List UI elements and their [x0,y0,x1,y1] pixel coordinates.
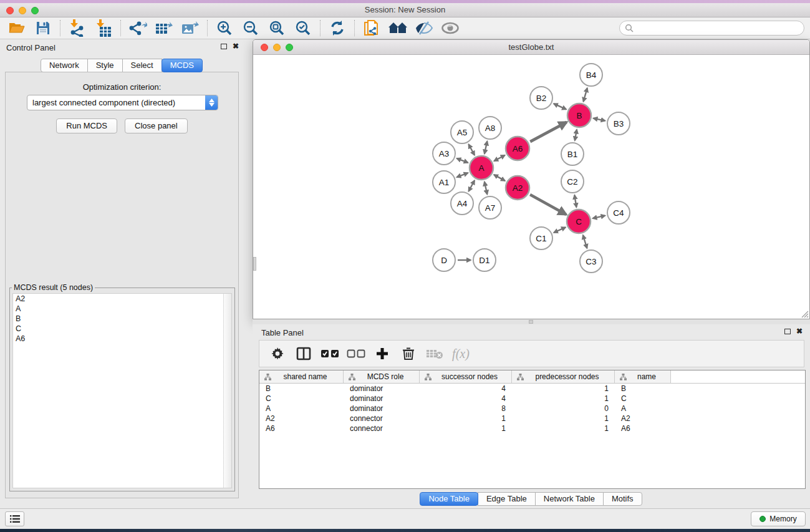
memory-button[interactable]: Memory [751,511,806,526]
export-network-icon[interactable] [125,19,151,37]
graph-node-A[interactable]: A [470,156,493,180]
graph-edge-C-C1[interactable] [554,227,566,233]
run-mcds-button[interactable]: Run MCDS [56,118,117,133]
graph-node-A5[interactable]: A5 [451,121,473,143]
graph-node-C2[interactable]: C2 [561,170,584,193]
tab-motifs[interactable]: Motifs [603,492,642,506]
refresh-icon[interactable] [324,19,350,37]
table-row[interactable]: Bdominator41B [259,384,805,394]
show-details-icon[interactable] [437,19,463,37]
import-network-icon[interactable] [64,19,90,37]
graph-node-A4[interactable]: A4 [451,192,473,215]
graph-node-C1[interactable]: C1 [530,227,552,249]
select-all-icon[interactable] [319,343,340,364]
graph-edge-B-B1[interactable] [575,130,577,141]
tab-network-table[interactable]: Network Table [535,492,604,506]
table-row[interactable]: A2connector11A2 [259,414,805,423]
graph-edge-A-A1[interactable] [457,173,468,177]
graph-edge-A-A8[interactable] [485,142,487,154]
graph-edge-B-B4[interactable] [584,88,587,102]
zoom-in-icon[interactable] [211,19,238,37]
result-list-scrollbar[interactable] [223,294,231,488]
tab-select[interactable]: Select [122,59,162,72]
import-table-icon[interactable] [90,19,117,37]
graph-node-A2[interactable]: A2 [506,176,529,200]
graph-edge-A-A3[interactable] [457,158,468,163]
result-item-a2[interactable]: A2 [13,294,231,304]
node-table[interactable]: shared nameMCDS rolesuccessor nodesprede… [259,370,806,489]
mcds-result-list[interactable]: A2ABCA6 [12,293,232,488]
table-row[interactable]: Cdominator41C [259,394,805,404]
result-item-c[interactable]: C [13,324,231,334]
duplicate-network-icon[interactable] [359,19,385,37]
search-input[interactable] [634,22,804,34]
graph-edge-A6-B[interactable] [530,122,566,142]
hide-details-icon[interactable] [411,19,437,37]
graph-node-B3[interactable]: B3 [607,112,630,135]
divider-grab-handle[interactable] [529,320,533,324]
delete-icon[interactable] [398,343,419,364]
graph-node-D[interactable]: D [433,249,455,271]
graph-node-B2[interactable]: B2 [530,87,552,109]
graph-node-C3[interactable]: C3 [580,250,602,273]
float-table-panel-icon[interactable] [784,329,791,334]
column-header-successor-nodes[interactable]: successor nodes [420,370,512,383]
tab-style[interactable]: Style [87,59,123,72]
graph-edge-C-C2[interactable] [574,195,576,208]
graph-edge-A-A5[interactable] [469,144,475,155]
optimization-criterion-select[interactable]: largest connected component (directed) [27,95,218,110]
graph-edge-C-C3[interactable] [583,235,587,248]
close-table-panel-icon[interactable]: ✖ [796,328,803,334]
horizontal-divider[interactable] [253,319,810,324]
tab-network[interactable]: Network [41,59,88,72]
graph-node-B[interactable]: B [567,104,591,127]
toolbar-search-field[interactable] [619,21,804,36]
result-item-b[interactable]: B [13,314,231,324]
graph-node-B4[interactable]: B4 [580,64,602,86]
graph-edge-A-A2[interactable] [494,175,505,181]
graph-node-A7[interactable]: A7 [479,196,501,219]
graph-edge-A-A7[interactable] [485,182,487,195]
home-icon[interactable] [385,19,411,37]
graph-node-B1[interactable]: B1 [561,143,584,165]
gear-icon[interactable] [267,343,288,364]
graph-edge-A-A6[interactable] [494,155,504,161]
graph-node-A8[interactable]: A8 [479,117,501,139]
save-session-icon[interactable] [30,19,56,37]
graph-node-A6[interactable]: A6 [506,137,529,160]
column-header-name[interactable]: name [615,370,671,383]
graph-node-D1[interactable]: D1 [473,249,496,271]
columns-icon[interactable] [293,343,314,364]
graph-edge-C-C4[interactable] [593,216,605,218]
zoom-out-icon[interactable] [238,19,264,37]
add-column-icon[interactable] [372,343,393,364]
zoom-fit-icon[interactable] [264,19,290,37]
column-header-predecessor-nodes[interactable]: predecessor nodes [512,370,615,383]
result-item-a[interactable]: A [13,304,231,314]
graph-edge-B-B3[interactable] [594,118,605,121]
close-panel-icon[interactable]: ✖ [233,43,239,49]
graph-edge-B-B2[interactable] [554,104,566,109]
graph-node-A3[interactable]: A3 [433,142,455,165]
close-panel-button[interactable]: Close panel [125,118,188,133]
tab-edge-table[interactable]: Edge Table [478,492,536,506]
column-header-shared-name[interactable]: shared name [259,370,344,383]
graph-node-C[interactable]: C [567,210,591,233]
tab-node-table[interactable]: Node Table [420,492,478,506]
deselect-all-icon[interactable] [345,343,367,364]
float-panel-icon[interactable] [221,44,227,49]
panel-split-handle[interactable] [253,257,256,271]
task-history-button[interactable] [5,511,24,526]
graph-node-A1[interactable]: A1 [433,171,455,193]
graph-node-C4[interactable]: C4 [607,201,630,224]
graph-edge-A-A4[interactable] [469,180,475,191]
export-table-icon[interactable] [151,19,177,37]
zoom-selected-icon[interactable] [290,19,316,37]
network-window-titlebar[interactable]: testGlobe.txt [253,40,809,55]
network-canvas[interactable]: B4B2BB3A8A5A6A3B1AA1C2A2A4A7C4CC1C3DD1 [253,55,809,319]
table-row[interactable]: Adominator80A [259,404,805,414]
export-image-icon[interactable] [177,19,203,37]
tab-mcds[interactable]: MCDS [162,59,203,72]
open-file-icon[interactable] [4,19,30,37]
table-row[interactable]: A6connector11A6 [259,423,805,433]
